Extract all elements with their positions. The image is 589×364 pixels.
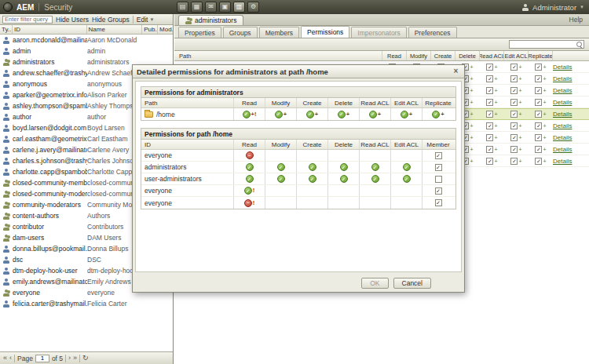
publications-icon[interactable]: ▣	[219, 2, 231, 13]
details-link[interactable]: Details	[553, 64, 572, 71]
add-entry-icon[interactable]: +	[494, 123, 497, 129]
first-page-icon[interactable]: «	[3, 355, 7, 362]
quick-search-input[interactable]	[510, 41, 576, 48]
details-link[interactable]: Details	[553, 146, 572, 153]
column-header-mod[interactable]: Mod.	[158, 25, 173, 34]
add-entry-icon[interactable]: +	[494, 158, 497, 164]
add-entry-icon[interactable]: +	[543, 147, 546, 152]
inbox-icon[interactable]: ✉	[205, 2, 217, 13]
details-link[interactable]: Details	[553, 122, 572, 129]
column-header-path[interactable]: Path	[174, 51, 382, 60]
add-entry-icon[interactable]: +	[518, 147, 521, 152]
permission-checkbox[interactable]: ✓	[535, 75, 542, 82]
add-entry-icon[interactable]: +	[518, 135, 521, 140]
column-header-name[interactable]: Name	[87, 25, 143, 34]
add-entry-icon[interactable]: +	[494, 100, 497, 105]
add-entry-icon[interactable]: +	[543, 76, 546, 82]
permission-checkbox[interactable]: ✓	[510, 122, 518, 129]
add-entry-icon[interactable]: +	[494, 111, 497, 117]
permission-checkbox[interactable]: ✓	[535, 158, 542, 165]
tools-icon[interactable]: ⚙	[247, 2, 259, 13]
permission-checkbox[interactable]: ✓	[486, 158, 493, 165]
add-entry-icon[interactable]: +	[470, 123, 473, 129]
permission-checkbox[interactable]: ✓	[486, 111, 493, 118]
permission-checkbox[interactable]: ✓	[486, 75, 493, 82]
details-link[interactable]: Details	[553, 158, 572, 165]
member-checkbox[interactable]: ✓	[435, 199, 442, 206]
permission-checkbox[interactable]: ✓	[486, 87, 493, 94]
add-entry-icon[interactable]: +	[494, 135, 497, 140]
permission-checkbox[interactable]: ✓	[486, 122, 493, 129]
tab-impersonators[interactable]: Impersonators	[351, 27, 406, 38]
permission-checkbox[interactable]: ✓	[535, 122, 542, 129]
add-entry-icon[interactable]: +	[470, 88, 473, 93]
permission-checkbox[interactable]: ✓	[510, 87, 518, 94]
permission-checkbox[interactable]: ✓	[510, 134, 518, 141]
add-entry-icon[interactable]: +	[543, 135, 546, 140]
prev-page-icon[interactable]: ‹	[9, 355, 12, 362]
add-entry-icon[interactable]: +	[543, 111, 546, 117]
search-icon[interactable]	[576, 41, 584, 49]
tab-members[interactable]: Members	[259, 27, 299, 38]
hide-users-button[interactable]: Hide Users	[56, 16, 89, 24]
add-entry-icon[interactable]: +	[518, 100, 521, 105]
details-link[interactable]: Details	[553, 111, 572, 118]
aem-logo-icon[interactable]	[3, 2, 13, 12]
grid-column-header[interactable]: Delete	[455, 51, 480, 60]
permission-checkbox[interactable]: ✓	[510, 75, 518, 82]
grid-column-header[interactable]: Edit ACL	[504, 51, 529, 60]
principal-permission-row[interactable]: everyone−!✓	[141, 197, 455, 209]
details-link[interactable]: Details	[553, 134, 572, 141]
add-entry-icon[interactable]: +	[470, 111, 473, 117]
refresh-icon[interactable]: ↻	[82, 355, 89, 362]
add-entry-icon[interactable]: +	[518, 158, 521, 164]
tab-properties[interactable]: Properties	[178, 27, 221, 38]
permission-checkbox[interactable]: ✓	[486, 134, 493, 141]
add-entry-icon[interactable]: +	[543, 88, 546, 93]
permission-checkbox[interactable]: ✓	[535, 64, 542, 71]
add-entry-icon[interactable]: +	[470, 158, 473, 164]
add-entry-icon[interactable]: +	[543, 123, 546, 129]
websites-icon[interactable]: ▤	[177, 2, 188, 13]
list-item[interactable]: adminadmin	[0, 46, 173, 56]
add-entry-icon[interactable]: +	[543, 64, 546, 70]
add-entry-icon[interactable]: +	[518, 123, 521, 129]
list-item[interactable]: aaron.mcdonald@mailinator...Aaron McDona…	[0, 35, 173, 46]
principal-permission-row[interactable]: administrators✓✓✓✓✓✓✓	[141, 162, 455, 173]
add-entry-icon[interactable]: +	[518, 76, 521, 82]
next-page-icon[interactable]: ›	[68, 355, 71, 362]
principal-permission-row[interactable]: everyone−✓	[141, 150, 455, 162]
add-entry-icon[interactable]: +	[518, 88, 521, 93]
add-entry-icon[interactable]: +	[494, 147, 497, 152]
grid-column-header[interactable]: Read ACL	[480, 51, 504, 60]
list-item[interactable]: felicia.carter@trashymail.comFelicia Car…	[0, 298, 173, 309]
add-entry-icon[interactable]: +	[494, 64, 497, 70]
details-link[interactable]: Details	[553, 75, 572, 82]
add-entry-icon[interactable]: +	[470, 76, 473, 82]
permission-checkbox[interactable]: ✓	[510, 99, 518, 106]
member-checkbox[interactable]	[435, 176, 442, 183]
add-entry-icon[interactable]: +	[494, 76, 497, 82]
tab-administrators[interactable]: administrators	[178, 15, 243, 25]
page-number-input[interactable]	[35, 355, 49, 362]
details-link[interactable]: Details	[553, 87, 572, 94]
tab-permissions[interactable]: Permissions	[301, 26, 349, 38]
help-link[interactable]: Help	[569, 16, 583, 24]
permission-checkbox[interactable]: ✓	[486, 146, 493, 153]
permission-checkbox[interactable]: ✓	[535, 146, 542, 153]
add-entry-icon[interactable]: +	[470, 100, 473, 105]
permission-checkbox[interactable]: ✓	[486, 64, 493, 71]
principal-permission-row[interactable]: user-administrators✓✓✓✓✓✓	[141, 173, 455, 185]
add-entry-icon[interactable]: +	[470, 64, 473, 70]
permission-checkbox[interactable]: ✓	[535, 99, 542, 106]
member-checkbox[interactable]: ✓	[435, 187, 442, 195]
add-entry-icon[interactable]: +	[494, 88, 497, 93]
permission-checkbox[interactable]: ✓	[510, 64, 518, 71]
column-header-id[interactable]: ID	[13, 25, 87, 34]
grid-column-header[interactable]: Read	[382, 51, 407, 60]
principal-permission-row[interactable]: everyone✓!✓	[141, 185, 455, 197]
grid-column-header[interactable]: Create	[431, 51, 455, 60]
permission-checkbox[interactable]: ✓	[510, 158, 518, 165]
add-entry-icon[interactable]: +	[543, 100, 546, 105]
permission-checkbox[interactable]: ✓	[510, 111, 518, 118]
